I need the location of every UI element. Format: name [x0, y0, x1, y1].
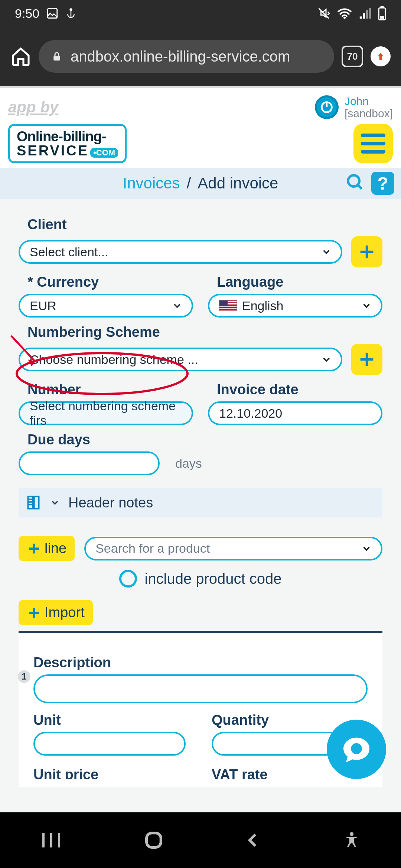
numbering-scheme-select[interactable]: Choose numbering scheme ...: [19, 348, 342, 371]
client-select[interactable]: Select client...: [19, 240, 342, 264]
import-button[interactable]: Import: [19, 600, 93, 625]
lock-icon: [51, 50, 62, 63]
menu-button[interactable]: [353, 124, 393, 163]
description-field[interactable]: [33, 674, 368, 703]
number-field[interactable]: Select numbering scheme firs: [19, 401, 193, 425]
help-button[interactable]: ?: [371, 172, 394, 195]
due-days-field[interactable]: [19, 451, 160, 475]
product-search-select[interactable]: Search for a product: [84, 537, 382, 560]
tab-switcher[interactable]: 70: [342, 46, 363, 67]
currency-label: * Currency: [27, 274, 193, 290]
anchor-icon: [65, 7, 76, 20]
add-line-button[interactable]: line: [19, 536, 75, 561]
description-label: Description: [33, 655, 368, 671]
wifi-icon: [337, 7, 352, 20]
add-scheme-button[interactable]: [351, 344, 382, 375]
svg-point-12: [351, 743, 362, 754]
unit-field[interactable]: [33, 732, 186, 756]
recents-button[interactable]: [40, 831, 62, 849]
line-number-badge: 1: [18, 670, 30, 683]
url-text: andbox.online-billing-service.com: [71, 48, 290, 65]
header-notes-toggle[interactable]: Header notes: [19, 488, 382, 517]
invoice-form: Client Select client... * Currency EUR L…: [0, 199, 401, 787]
browser-update-badge[interactable]: [371, 46, 391, 66]
android-status-bar: 9:50: [0, 0, 401, 27]
svg-point-2: [343, 17, 346, 19]
url-bar[interactable]: andbox.online-billing-service.com: [39, 40, 334, 73]
user-context: [sandbox]: [345, 107, 393, 119]
breadcrumb: Invoices / Add invoice ?: [0, 168, 401, 199]
svg-rect-0: [48, 9, 57, 18]
search-icon[interactable]: [345, 172, 366, 193]
invoice-date-field[interactable]: 12.10.2020: [208, 401, 382, 425]
svg-point-1: [69, 8, 72, 11]
svg-rect-13: [146, 833, 161, 848]
flag-us-icon: [219, 300, 237, 311]
app-by-label: app by: [8, 98, 58, 116]
svg-point-14: [350, 832, 353, 836]
svg-rect-4: [381, 6, 384, 8]
days-suffix: days: [175, 456, 202, 471]
date-label: Invoice date: [217, 382, 382, 398]
clock-text: 9:50: [15, 6, 39, 21]
svg-rect-6: [53, 56, 60, 61]
svg-rect-5: [380, 16, 384, 19]
notes-icon: [25, 494, 42, 511]
chat-fab[interactable]: [327, 720, 386, 779]
chevron-down-icon: [50, 497, 60, 508]
scheme-label: Numbering Scheme: [27, 324, 382, 340]
include-product-code-row[interactable]: include product code: [19, 570, 382, 588]
line-item-card: 1 Description Unit Quantity Unit price V…: [19, 633, 382, 787]
svg-rect-10: [34, 497, 39, 509]
chevron-down-icon: [321, 246, 332, 257]
user-name: John: [345, 95, 393, 107]
language-select[interactable]: English: [208, 294, 382, 318]
browser-toolbar: andbox.online-billing-service.com 70: [0, 27, 401, 86]
language-label: Language: [217, 274, 382, 290]
android-nav-bar: [0, 812, 401, 868]
add-client-button[interactable]: [351, 236, 382, 267]
client-label: Client: [27, 217, 382, 233]
unit-label: Unit: [33, 712, 189, 728]
home-icon[interactable]: [10, 46, 31, 67]
image-icon: [46, 7, 59, 20]
chevron-down-icon: [321, 354, 332, 365]
signal-icon: [359, 8, 371, 19]
accessibility-button[interactable]: [342, 831, 361, 849]
number-label: Number: [27, 382, 193, 398]
chevron-down-icon: [361, 543, 372, 554]
breadcrumb-invoices-link[interactable]: Invoices: [123, 174, 180, 192]
unit-price-label: Unit price: [33, 767, 189, 779]
app-logo[interactable]: Online-billing- SERVICE•com: [8, 124, 127, 163]
due-days-label: Due days: [27, 432, 382, 448]
include-product-code-label: include product code: [144, 571, 281, 587]
include-product-code-checkbox[interactable]: [119, 570, 137, 588]
power-icon: [315, 95, 339, 119]
battery-icon: [378, 6, 386, 20]
chevron-down-icon: [172, 300, 183, 311]
app-header: app by John [sandbox] Online-billing- SE…: [0, 88, 401, 168]
user-block[interactable]: John [sandbox]: [315, 95, 393, 119]
svg-point-8: [348, 175, 359, 187]
breadcrumb-current: Add invoice: [198, 174, 278, 192]
currency-select[interactable]: EUR: [19, 294, 193, 318]
home-button[interactable]: [143, 829, 164, 851]
back-button[interactable]: [245, 832, 262, 849]
chevron-down-icon: [361, 300, 372, 311]
vibrate-icon: [317, 7, 330, 20]
